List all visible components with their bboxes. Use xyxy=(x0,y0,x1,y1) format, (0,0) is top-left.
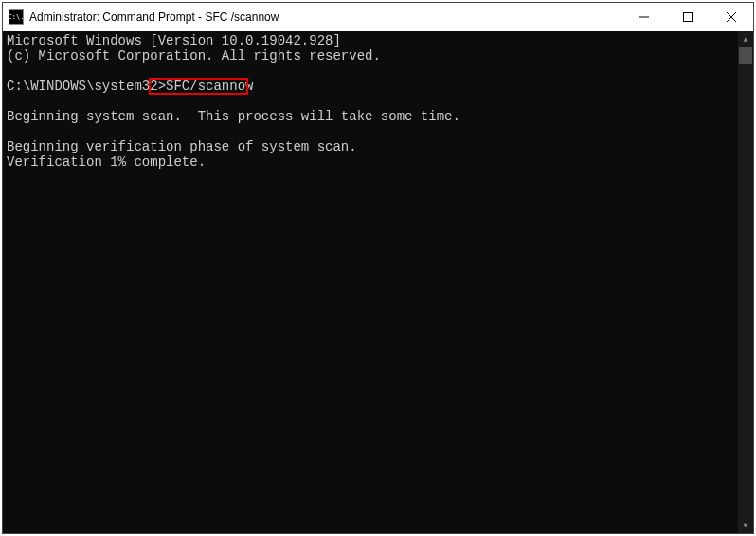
cmd-window: C:\. Administrator: Command Prompt - SFC… xyxy=(2,2,754,534)
close-button[interactable] xyxy=(710,3,753,31)
cmd-icon: C:\. xyxy=(9,9,24,25)
minimize-icon xyxy=(639,12,649,22)
output-line: Beginning system scan. This process will… xyxy=(7,109,460,124)
window-title: Administrator: Command Prompt - SFC /sca… xyxy=(29,10,622,24)
scrollbar-thumb[interactable] xyxy=(739,47,752,64)
scroll-up-arrow-icon[interactable]: ▲ xyxy=(738,31,753,47)
console-output[interactable]: Microsoft Windows [Version 10.0.19042.92… xyxy=(3,31,753,533)
prompt-path: C:\WINDOWS\system32> xyxy=(7,79,166,94)
vertical-scrollbar[interactable]: ▲ ▼ xyxy=(738,31,753,533)
output-line: Microsoft Windows [Version 10.0.19042.92… xyxy=(7,33,341,48)
output-line: Verification 1% complete. xyxy=(7,154,206,170)
window-controls xyxy=(622,3,753,31)
close-icon xyxy=(727,12,736,22)
prompt-command: SFC/scannow xyxy=(166,79,253,94)
svg-rect-1 xyxy=(684,13,693,22)
titlebar[interactable]: C:\. Administrator: Command Prompt - SFC… xyxy=(3,3,753,31)
maximize-icon xyxy=(683,12,693,22)
minimize-button[interactable] xyxy=(622,3,666,31)
output-line: Beginning verification phase of system s… xyxy=(7,139,357,154)
output-line: (c) Microsoft Corporation. All rights re… xyxy=(7,48,381,63)
scroll-down-arrow-icon[interactable]: ▼ xyxy=(738,517,753,533)
maximize-button[interactable] xyxy=(666,3,710,31)
